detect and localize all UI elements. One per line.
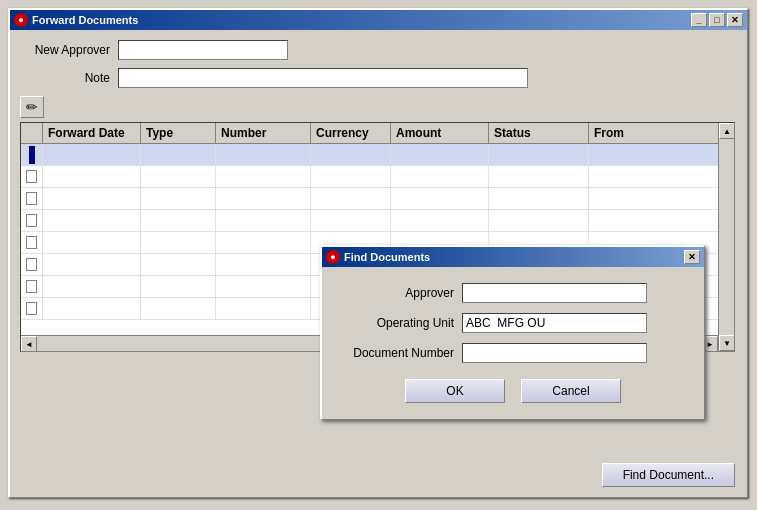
row-checkbox[interactable] [26, 258, 37, 271]
app-icon: ● [14, 13, 28, 27]
row-number [216, 144, 311, 165]
row-forward-date [43, 298, 141, 319]
row-checkbox[interactable] [26, 236, 37, 249]
row-checkbox-cell[interactable] [21, 232, 43, 253]
main-window: ● Forward Documents _ □ ✕ New Approver N… [8, 8, 748, 498]
modal-approver-row: Approver [334, 283, 692, 303]
row-number [216, 254, 311, 275]
row-from [589, 210, 724, 231]
row-forward-date [43, 254, 141, 275]
row-forward-date [43, 144, 141, 165]
modal-document-number-row: Document Number [334, 343, 692, 363]
row-checkbox-cell[interactable] [21, 166, 43, 187]
row-status [489, 188, 589, 209]
modal-content: Approver Operating Unit Document Number … [322, 267, 704, 419]
row-forward-date [43, 188, 141, 209]
row-type [141, 276, 216, 297]
row-number [216, 276, 311, 297]
col-from: From [589, 123, 724, 143]
scroll-track-v [719, 139, 734, 335]
row-number [216, 232, 311, 253]
title-bar-buttons: _ □ ✕ [691, 13, 743, 27]
table-row[interactable] [21, 166, 734, 188]
modal-cancel-button[interactable]: Cancel [521, 379, 621, 403]
bottom-bar: Find Document... [602, 463, 735, 487]
title-bar: ● Forward Documents _ □ ✕ [10, 10, 747, 30]
row-amount [391, 166, 489, 187]
modal-approver-label: Approver [334, 286, 454, 300]
note-row: Note [20, 68, 737, 88]
modal-app-icon: ● [326, 250, 340, 264]
row-checkbox[interactable] [26, 302, 37, 315]
title-bar-left: ● Forward Documents [14, 13, 138, 27]
modal-close-button[interactable]: ✕ [684, 250, 700, 264]
row-checkbox-cell[interactable] [21, 276, 43, 297]
row-from [589, 188, 724, 209]
row-forward-date [43, 276, 141, 297]
vertical-scrollbar[interactable]: ▲ ▼ [718, 123, 734, 351]
modal-ok-button[interactable]: OK [405, 379, 505, 403]
row-currency [311, 210, 391, 231]
maximize-button[interactable]: □ [709, 13, 725, 27]
row-status [489, 210, 589, 231]
row-checkbox-cell[interactable] [21, 188, 43, 209]
find-document-button[interactable]: Find Document... [602, 463, 735, 487]
minimize-button[interactable]: _ [691, 13, 707, 27]
row-type [141, 188, 216, 209]
row-amount [391, 210, 489, 231]
pencil-button[interactable]: ✏ [20, 96, 44, 118]
row-type [141, 166, 216, 187]
scroll-left-button[interactable]: ◄ [21, 336, 37, 352]
note-label: Note [20, 71, 110, 85]
row-type [141, 232, 216, 253]
row-checkbox[interactable] [26, 214, 37, 227]
row-forward-date [43, 210, 141, 231]
col-type: Type [141, 123, 216, 143]
row-checkbox[interactable] [26, 192, 37, 205]
row-type [141, 144, 216, 165]
row-type [141, 254, 216, 275]
modal-title: Find Documents [344, 251, 430, 263]
row-forward-date [43, 232, 141, 253]
row-forward-date [43, 166, 141, 187]
modal-operating-unit-label: Operating Unit [334, 316, 454, 330]
window-title: Forward Documents [32, 14, 138, 26]
row-type [141, 298, 216, 319]
row-checkbox-cell[interactable] [21, 298, 43, 319]
row-checkbox-cell[interactable] [21, 144, 43, 165]
row-currency [311, 188, 391, 209]
close-button[interactable]: ✕ [727, 13, 743, 27]
modal-title-bar: ● Find Documents ✕ [322, 247, 704, 267]
find-documents-modal: ● Find Documents ✕ Approver Operating Un… [320, 245, 705, 420]
modal-buttons: OK Cancel [334, 379, 692, 403]
modal-document-number-input[interactable] [462, 343, 647, 363]
row-amount [391, 144, 489, 165]
scroll-up-button[interactable]: ▲ [719, 123, 735, 139]
row-from [589, 166, 724, 187]
row-checkbox-cell[interactable] [21, 254, 43, 275]
row-checkbox[interactable] [26, 170, 37, 183]
row-status [489, 166, 589, 187]
modal-operating-unit-row: Operating Unit [334, 313, 692, 333]
col-checkbox [21, 123, 43, 143]
table-row[interactable] [21, 210, 734, 232]
row-number [216, 166, 311, 187]
row-status [489, 144, 589, 165]
table-header: Forward Date Type Number Currency Amount… [21, 123, 734, 144]
row-currency [311, 166, 391, 187]
table-row[interactable] [21, 188, 734, 210]
row-checkbox-cell[interactable] [21, 210, 43, 231]
row-number [216, 298, 311, 319]
table-row[interactable] [21, 144, 734, 166]
note-input[interactable] [118, 68, 528, 88]
new-approver-input[interactable] [118, 40, 288, 60]
scroll-down-button[interactable]: ▼ [719, 335, 735, 351]
row-checkbox[interactable] [26, 280, 37, 293]
modal-operating-unit-input[interactable] [462, 313, 647, 333]
col-currency: Currency [311, 123, 391, 143]
modal-approver-input[interactable] [462, 283, 647, 303]
row-from [589, 144, 724, 165]
row-currency [311, 144, 391, 165]
new-approver-row: New Approver [20, 40, 737, 60]
row-type [141, 210, 216, 231]
